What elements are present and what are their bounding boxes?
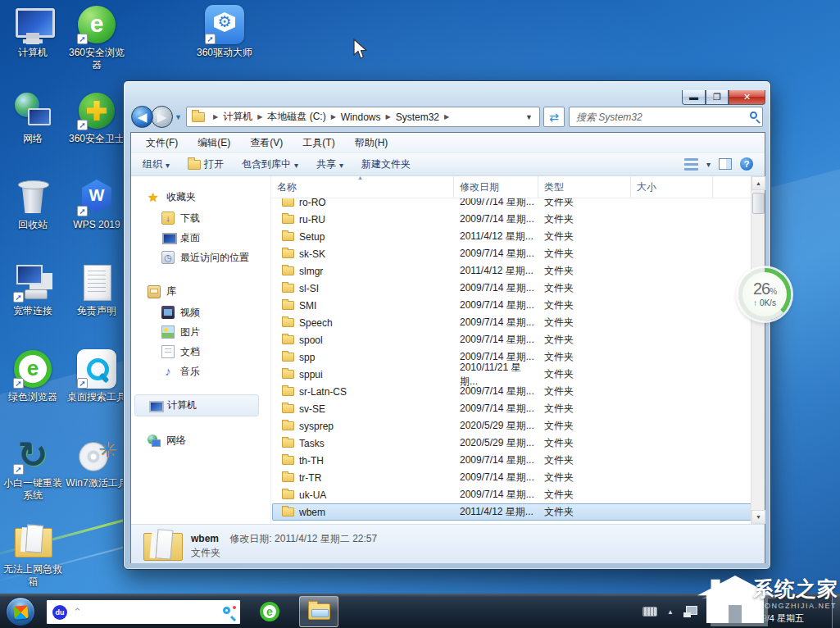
desktop-icon-disclaimer[interactable]: 免责声明 <box>66 263 128 317</box>
sidebar-item-computer[interactable]: 计算机 <box>134 394 259 416</box>
desktop-icon-360-safeguard[interactable]: 360安全卫士 <box>66 91 128 145</box>
table-row[interactable]: sl-SI 2009/7/14 星期... 文件夹 <box>272 280 752 297</box>
desktop-icon-green-browser[interactable]: 绿色浏览器 <box>2 349 64 403</box>
table-row[interactable]: tr-TR 2009/7/14 星期... 文件夹 <box>272 469 752 486</box>
sidebar-item-desktop[interactable]: 桌面 <box>131 228 270 248</box>
menu-item[interactable]: 编辑(E) <box>198 136 230 150</box>
sidebar-item-documents[interactable]: 文档 <box>131 342 270 362</box>
scroll-down-icon[interactable]: ▼ <box>751 510 765 524</box>
table-row[interactable]: slmgr 2011/4/12 星期... 文件夹 <box>272 262 752 280</box>
taskbar-green-browser-icon[interactable] <box>260 602 279 621</box>
table-row[interactable]: sv-SE 2009/7/14 星期... 文件夹 <box>272 400 752 417</box>
change-view-icon[interactable] <box>684 158 698 171</box>
table-row[interactable]: sysprep 2020/5/29 星期... 文件夹 <box>272 417 752 435</box>
forward-button[interactable]: ▶ <box>151 106 173 128</box>
table-row[interactable]: spool 2009/7/14 星期... 文件夹 <box>272 331 752 348</box>
scroll-up-icon[interactable]: ▲ <box>751 176 765 190</box>
help-icon[interactable] <box>740 157 753 171</box>
sidebar-item-videos[interactable]: 视频 <box>131 303 270 322</box>
organize-button[interactable]: 组织 <box>143 157 170 171</box>
input-method-icon[interactable] <box>642 607 657 617</box>
table-row[interactable]: sr-Latn-CS 2009/7/14 星期... 文件夹 <box>272 383 752 400</box>
speed-value: 0K/s <box>760 298 776 307</box>
open-button[interactable]: 打开 <box>188 157 224 171</box>
table-row[interactable]: SMI 2009/7/14 星期... 文件夹 <box>272 297 752 314</box>
close-button[interactable]: ✕ <box>729 90 765 105</box>
sidebar-item-recent[interactable]: 最近访问的位置 <box>131 248 270 267</box>
vertical-scrollbar[interactable]: ▲ ▼ <box>751 176 765 524</box>
open-folder-icon <box>188 160 201 170</box>
sidebar-item-pictures[interactable]: 图片 <box>131 322 270 342</box>
table-row[interactable]: sk-SK 2009/7/14 星期... 文件夹 <box>272 245 752 262</box>
tray-clock-date[interactable]: 2020/9/4 星期五 <box>739 612 804 625</box>
desktop-icon-network[interactable]: 网络 <box>2 91 64 145</box>
scrollbar-thumb[interactable] <box>752 193 765 214</box>
hidden-icons-chevron[interactable] <box>667 608 674 616</box>
breadcrumb-item[interactable]: System32 <box>380 107 439 126</box>
navigation-row: ◀ ▶ ▼ 计算机 本地磁盘 (C:) Windows System32 <box>124 104 770 134</box>
table-row[interactable]: Setup 2011/4/12 星期... 文件夹 <box>272 228 752 245</box>
menu-item[interactable]: 查看(V) <box>250 136 283 150</box>
menu-item[interactable]: 工具(T) <box>302 136 334 150</box>
menu-item[interactable]: 文件(F) <box>146 136 178 150</box>
breadcrumb-item[interactable]: 本地磁盘 (C:) <box>252 107 325 126</box>
table-row[interactable]: ro-RO 2009/7/14 星期... 文件夹 <box>272 198 752 211</box>
sidebar-item-favorites[interactable]: 收藏夹 <box>131 186 270 208</box>
history-dropdown-icon[interactable]: ▼ <box>175 113 182 121</box>
start-button[interactable] <box>6 597 35 626</box>
table-row[interactable]: sppui 2010/11/21 星期... 文件夹 <box>272 366 752 383</box>
table-row[interactable]: Speech 2009/7/14 星期... 文件夹 <box>272 314 752 331</box>
desktop-icon-computer[interactable]: 计算机 <box>2 5 64 59</box>
tray-alert-icon[interactable] <box>707 607 717 617</box>
maximize-button[interactable]: ❐ <box>706 90 729 105</box>
table-row[interactable]: uk-UA 2009/7/14 星期... 文件夹 <box>272 486 752 503</box>
desktop-icon-desktop-search[interactable]: 桌面搜索工具 <box>66 349 128 403</box>
favorites-star-icon <box>148 191 161 204</box>
network-tray-icon[interactable] <box>683 606 697 617</box>
folder-icon <box>282 353 294 362</box>
sidebar-item-music[interactable]: 音乐 <box>131 362 270 381</box>
desktop-icon-wps[interactable]: WPS 2019 <box>66 177 128 231</box>
breadcrumb-item[interactable] <box>439 107 454 126</box>
desktop-icon-win7-activator[interactable]: Win7激活工具 <box>66 435 128 489</box>
views-caret-icon[interactable] <box>706 158 711 170</box>
taskbar-search-icon[interactable] <box>223 607 230 614</box>
table-row[interactable]: ru-RU 2009/7/14 星期... 文件夹 <box>272 211 752 228</box>
download-progress-badge[interactable]: 26% ↑ 0K/s <box>738 268 791 321</box>
broadband-icon <box>13 263 52 303</box>
desktop-icon-360-browser[interactable]: 360安全浏览器 <box>66 5 128 71</box>
sidebar-item-downloads[interactable]: 下载 <box>131 208 270 228</box>
menu-item[interactable]: 帮助(H) <box>355 136 388 150</box>
table-row[interactable]: wbem 2011/4/12 星期... 文件夹 <box>272 503 752 521</box>
new-folder-button[interactable]: 新建文件夹 <box>361 157 411 171</box>
taskbar-explorer-button[interactable] <box>299 596 338 627</box>
back-button[interactable]: ◀ <box>131 106 153 128</box>
desktop-icon-rescue-box[interactable]: 无法上网急救箱 <box>2 521 64 588</box>
include-library-button[interactable]: 包含到库中 <box>242 157 298 171</box>
chevron-up-icon[interactable] <box>73 606 82 618</box>
column-header[interactable]: 大小 <box>631 176 713 198</box>
desktop-icon-recycle-bin[interactable]: 回收站 <box>2 177 64 231</box>
taskbar-search-box[interactable]: du <box>47 600 240 624</box>
breadcrumb-item[interactable]: Windows <box>326 107 381 126</box>
search-box[interactable] <box>569 107 763 127</box>
address-bar[interactable]: 计算机 本地磁盘 (C:) Windows System32 <box>186 107 540 127</box>
desktop-icon-360-driver[interactable]: 360驱动大师 <box>193 5 256 59</box>
share-button[interactable]: 共享 <box>316 157 343 171</box>
table-row[interactable]: Tasks 2020/5/29 星期... 文件夹 <box>272 435 752 452</box>
search-input[interactable] <box>569 107 763 127</box>
minimize-button[interactable]: ▬ <box>682 90 706 105</box>
address-dropdown-icon[interactable] <box>525 113 539 121</box>
progress-ring: 26% ↑ 0K/s <box>738 268 791 321</box>
preview-pane-icon[interactable] <box>719 158 732 170</box>
show-desktop-button[interactable] <box>832 594 840 628</box>
column-header[interactable]: 修改日期 <box>454 176 538 198</box>
desktop-icon-broadband[interactable]: 宽带连接 <box>2 263 64 317</box>
table-row[interactable]: th-TH 2009/7/14 星期... 文件夹 <box>272 452 752 469</box>
breadcrumb-item[interactable]: 计算机 <box>208 107 252 126</box>
sidebar-item-libraries[interactable]: 库 <box>131 280 270 303</box>
refresh-button[interactable] <box>543 107 565 127</box>
desktop-icon-reinstall[interactable]: 小白一键重装系统 <box>2 435 64 502</box>
column-header[interactable]: 类型 <box>538 176 631 198</box>
sidebar-item-network[interactable]: 网络 <box>131 430 270 452</box>
